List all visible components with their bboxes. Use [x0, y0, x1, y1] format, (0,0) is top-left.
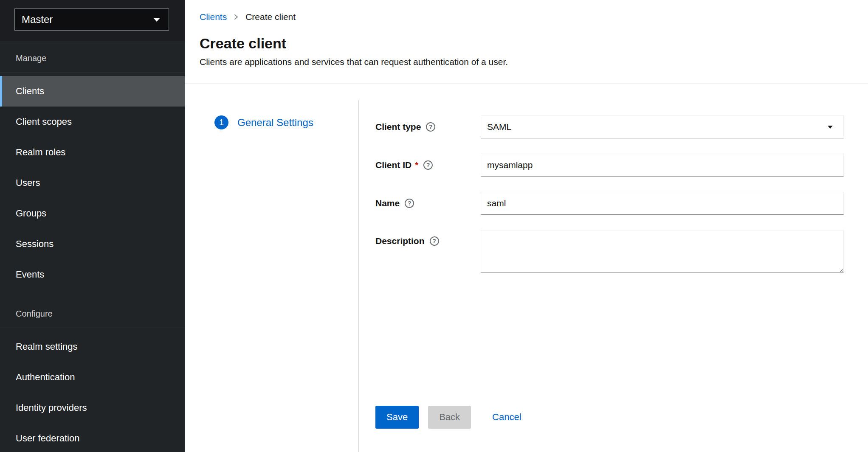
realm-selector-value: Master	[22, 14, 53, 25]
client-id-input[interactable]	[481, 154, 844, 177]
chevron-right-icon	[233, 14, 239, 20]
description-control	[481, 230, 844, 275]
client-type-control: SAML	[481, 115, 844, 138]
help-icon[interactable]: ?	[423, 160, 433, 170]
sidebar: Master Manage Clients Client scopes Real…	[0, 0, 185, 452]
client-type-label: Client type ?	[375, 122, 481, 132]
sidebar-item-users[interactable]: Users	[0, 168, 185, 198]
sidebar-item-groups[interactable]: Groups	[0, 198, 185, 229]
client-type-select[interactable]: SAML	[481, 115, 844, 138]
sidebar-item-realm-roles[interactable]: Realm roles	[0, 137, 185, 168]
breadcrumb: Clients Create client	[200, 12, 851, 22]
sidebar-item-client-scopes[interactable]: Client scopes	[0, 107, 185, 137]
cancel-button[interactable]: Cancel	[492, 412, 521, 423]
form-row-client-type: Client type ? SAML	[375, 115, 868, 138]
realm-selector-dropdown[interactable]: Master	[14, 8, 169, 31]
form-actions: Save Back Cancel	[375, 406, 868, 429]
description-label: Description ?	[375, 230, 481, 246]
chevron-down-icon	[153, 18, 160, 22]
page-title: Create client	[200, 35, 851, 52]
page-header: Clients Create client Create client Clie…	[185, 0, 868, 84]
sidebar-item-realm-settings[interactable]: Realm settings	[0, 331, 185, 362]
sidebar-item-events[interactable]: Events	[0, 259, 185, 290]
nav-section-title-configure: Configure	[0, 300, 185, 328]
name-control	[481, 192, 844, 215]
wizard-form: Client type ? SAML Client ID * ?	[359, 100, 868, 452]
sidebar-item-user-federation[interactable]: User federation	[0, 423, 185, 452]
create-client-wizard: 1 General Settings Client type ? SAML	[185, 100, 868, 452]
sidebar-item-clients[interactable]: Clients	[0, 76, 185, 107]
client-id-control	[481, 154, 844, 177]
wizard-step-general-settings[interactable]: 1 General Settings	[214, 115, 313, 129]
client-type-selected-value: SAML	[487, 122, 511, 132]
back-button[interactable]: Back	[428, 406, 471, 429]
sidebar-item-authentication[interactable]: Authentication	[0, 362, 185, 393]
help-icon[interactable]: ?	[430, 236, 439, 246]
nav-section-manage: Manage Clients Client scopes Realm roles…	[0, 45, 185, 290]
nav-section-title-manage: Manage	[0, 45, 185, 73]
sidebar-item-sessions[interactable]: Sessions	[0, 229, 185, 259]
breadcrumb-current: Create client	[245, 12, 296, 22]
name-label: Name ?	[375, 198, 481, 208]
save-button[interactable]: Save	[375, 406, 419, 429]
required-indicator: *	[415, 160, 418, 170]
form-row-client-id: Client ID * ?	[375, 154, 868, 177]
form-row-description: Description ?	[375, 230, 868, 275]
name-input[interactable]	[481, 192, 844, 215]
description-textarea[interactable]	[481, 230, 844, 273]
client-id-label: Client ID * ?	[375, 160, 481, 170]
breadcrumb-clients-link[interactable]: Clients	[200, 12, 227, 22]
sidebar-header: Master	[0, 0, 185, 41]
sidebar-item-identity-providers[interactable]: Identity providers	[0, 393, 185, 423]
help-icon[interactable]: ?	[405, 199, 414, 208]
wizard-steps-nav: 1 General Settings	[185, 100, 359, 452]
help-icon[interactable]: ?	[426, 122, 435, 132]
caret-down-icon	[828, 126, 833, 129]
page-description: Clients are applications and services th…	[200, 56, 851, 68]
sidebar-nav: Manage Clients Client scopes Realm roles…	[0, 41, 185, 452]
main-content: Clients Create client Create client Clie…	[185, 0, 868, 452]
nav-section-configure: Configure Realm settings Authentication …	[0, 300, 185, 452]
step-number-badge: 1	[214, 115, 228, 129]
form-row-name: Name ?	[375, 192, 868, 215]
step-label: General Settings	[237, 117, 313, 129]
